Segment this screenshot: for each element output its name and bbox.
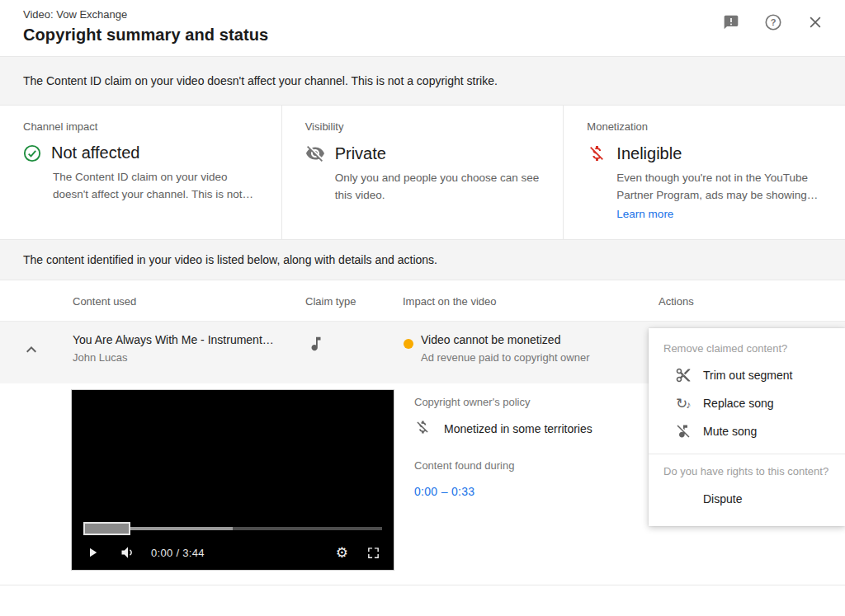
scissors-icon — [673, 367, 693, 383]
claimed-timestamp-link[interactable]: 0:00 – 0:33 — [414, 485, 474, 498]
replace-song-icon: ↻♪ — [673, 397, 693, 411]
settings-gear-icon[interactable]: ⚙ — [336, 546, 348, 560]
table-notice-text: The content identified in your video is … — [23, 253, 437, 266]
policy-value: Monetized in some territories — [444, 422, 592, 435]
close-icon[interactable] — [807, 14, 824, 31]
fullscreen-icon[interactable] — [366, 546, 380, 560]
video-player[interactable]: 0:00 / 3:44 ⚙ — [71, 389, 394, 571]
menu-item-label: Replace song — [703, 397, 774, 410]
eye-off-icon — [305, 143, 325, 163]
actions-menu: Remove claimed content? Trim out segment… — [649, 328, 845, 526]
claims-table-header: Content used Claim type Impact on the vi… — [0, 280, 845, 322]
content-found-label: Content found during — [414, 459, 592, 472]
monetization-off-icon — [587, 143, 607, 163]
column-header-content-used: Content used — [73, 294, 136, 307]
claim-policy-details: Copyright owner's policy Monetized in so… — [414, 396, 592, 499]
menu-item-mute-song[interactable]: Mute song — [649, 417, 845, 445]
player-controls: 0:00 / 3:44 ⚙ — [72, 540, 394, 565]
learn-more-link[interactable]: Learn more — [616, 208, 673, 220]
header-icons: ? — [723, 13, 824, 31]
dialog-header: Video: Vow Exchange Copyright summary an… — [0, 0, 845, 56]
menu-item-dispute[interactable]: Dispute — [649, 486, 845, 512]
card-label: Channel impact — [23, 120, 265, 133]
menu-item-trim-out-segment[interactable]: Trim out segment — [649, 361, 845, 389]
remove-content-group-label: Remove claimed content? — [649, 342, 845, 355]
mute-song-icon — [673, 423, 693, 440]
playback-time: 0:00 / 3:44 — [151, 547, 205, 559]
monetization-partial-icon — [414, 419, 431, 439]
collapse-chevron-icon[interactable] — [21, 340, 41, 362]
claimed-segment-marker[interactable] — [83, 522, 130, 535]
menu-item-label: Dispute — [703, 492, 742, 505]
menu-item-label: Mute song — [703, 425, 757, 438]
policy-label: Copyright owner's policy — [414, 396, 592, 408]
play-icon[interactable] — [85, 545, 100, 560]
impact-title: Video cannot be monetized — [421, 333, 560, 346]
column-header-impact: Impact on the video — [403, 294, 496, 307]
page-title: Copyright summary and status — [23, 26, 822, 45]
card-description: The Content ID claim on your video doesn… — [53, 168, 261, 203]
column-header-claim-type: Claim type — [305, 294, 356, 307]
help-icon[interactable]: ? — [764, 13, 782, 31]
menu-item-replace-song[interactable]: ↻♪ Replace song — [649, 389, 845, 417]
card-channel-impact: Channel impact Not affected The Content … — [0, 106, 281, 239]
strike-notice-text: The Content ID claim on your video doesn… — [23, 74, 498, 87]
impact-subtitle: Ad revenue paid to copyright owner — [421, 351, 590, 364]
volume-icon[interactable] — [120, 544, 136, 561]
menu-divider — [649, 454, 845, 454]
feedback-icon[interactable] — [723, 14, 739, 31]
rights-group-label: Do you have rights to this content? — [649, 465, 845, 477]
monetization-status-dot — [404, 339, 413, 349]
progress-bar[interactable] — [83, 522, 382, 535]
svg-text:?: ? — [771, 17, 777, 27]
card-monetization: Monetization Ineligible Even though you'… — [563, 106, 845, 239]
status-text: Not affected — [51, 143, 139, 162]
status-text: Ineligible — [616, 144, 682, 163]
claimed-song-title: You Are Always With Me - Instrument… — [73, 333, 274, 346]
card-description: Even though you're not in the YouTube Pa… — [616, 169, 824, 204]
check-circle-icon — [23, 144, 41, 162]
video-context: Video: Vow Exchange — [23, 8, 822, 21]
card-label: Visibility — [305, 120, 547, 133]
menu-item-label: Trim out segment — [703, 369, 792, 382]
card-description: Only you and people you choose can see t… — [335, 169, 543, 204]
summary-cards: Channel impact Not affected The Content … — [0, 106, 845, 239]
music-note-icon — [307, 335, 325, 356]
card-visibility: Visibility Private Only you and people y… — [281, 106, 564, 239]
status-text: Private — [335, 144, 386, 163]
claimed-song-artist: John Lucas — [73, 351, 128, 364]
table-notice-banner: The content identified in your video is … — [0, 239, 845, 280]
column-header-actions: Actions — [659, 294, 694, 307]
strike-notice-banner: The Content ID claim on your video doesn… — [0, 56, 845, 106]
card-label: Monetization — [587, 120, 828, 133]
